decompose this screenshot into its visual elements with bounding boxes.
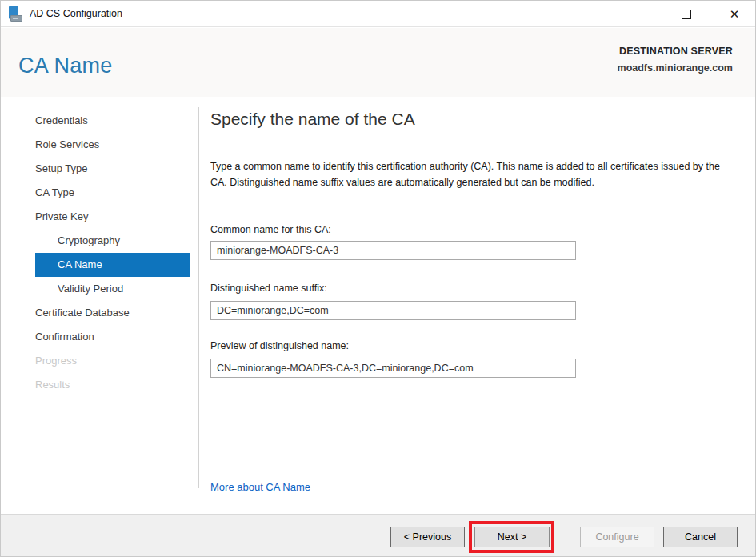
- destination-server-block: DESTINATION SERVER moadfs.miniorange.com: [618, 46, 733, 74]
- close-button[interactable]: ✕: [718, 1, 751, 27]
- common-name-label: Common name for this CA:: [210, 224, 331, 235]
- wizard-steps-sidebar: Credentials Role Services Setup Type CA …: [1, 109, 198, 397]
- page-description: Type a common name to identify this cert…: [210, 158, 734, 190]
- destination-server-label: DESTINATION SERVER: [618, 46, 733, 57]
- wizard-footer: < Previous Next > Configure Cancel: [1, 514, 755, 556]
- page-title: CA Name: [18, 54, 113, 78]
- destination-server-name: moadfs.miniorange.com: [618, 62, 733, 74]
- title-bar: AD CS Configuration ✕: [1, 1, 755, 27]
- sidebar-item-confirmation[interactable]: Confirmation: [1, 325, 198, 349]
- maximize-button[interactable]: [670, 1, 703, 27]
- previous-button[interactable]: < Previous: [390, 527, 465, 547]
- sidebar-item-credentials[interactable]: Credentials: [1, 109, 198, 133]
- configure-button: Configure: [580, 527, 654, 547]
- distinguished-name-suffix-input[interactable]: [210, 301, 576, 320]
- sidebar-item-certificate-database[interactable]: Certificate Database: [1, 301, 198, 325]
- close-icon: ✕: [730, 8, 740, 20]
- sidebar-item-private-key[interactable]: Private Key: [1, 205, 198, 229]
- page-heading: Specify the name of the CA: [210, 110, 415, 129]
- adcs-configuration-window: AD CS Configuration ✕ CA Name DESTINATIO…: [0, 0, 756, 557]
- sidebar-item-setup-type[interactable]: Setup Type: [1, 157, 198, 181]
- minimize-icon: [636, 14, 646, 14]
- common-name-input[interactable]: [210, 241, 576, 260]
- sidebar-item-ca-type[interactable]: CA Type: [1, 181, 198, 205]
- sidebar-item-progress: Progress: [1, 349, 198, 373]
- distinguished-name-suffix-label: Distinguished name suffix:: [210, 283, 327, 294]
- sidebar-item-results: Results: [1, 373, 198, 397]
- maximize-icon: [682, 10, 691, 19]
- sidebar-item-role-services[interactable]: Role Services: [1, 133, 198, 157]
- sidebar-item-cryptography[interactable]: Cryptography: [1, 229, 198, 253]
- preview-distinguished-name-label: Preview of distinguished name:: [210, 340, 349, 351]
- server-icon: [8, 6, 26, 23]
- sidebar-item-validity-period[interactable]: Validity Period: [1, 277, 198, 301]
- minimize-button[interactable]: [624, 1, 658, 27]
- next-button[interactable]: Next >: [474, 527, 550, 547]
- sidebar-divider: [198, 107, 199, 488]
- wizard-header: CA Name DESTINATION SERVER moadfs.minior…: [1, 28, 755, 97]
- cancel-button[interactable]: Cancel: [663, 527, 738, 547]
- sidebar-item-ca-name[interactable]: CA Name: [35, 253, 190, 277]
- more-about-ca-name-link[interactable]: More about CA Name: [210, 481, 310, 493]
- window-title: AD CS Configuration: [30, 1, 122, 26]
- preview-distinguished-name-input[interactable]: [210, 359, 576, 378]
